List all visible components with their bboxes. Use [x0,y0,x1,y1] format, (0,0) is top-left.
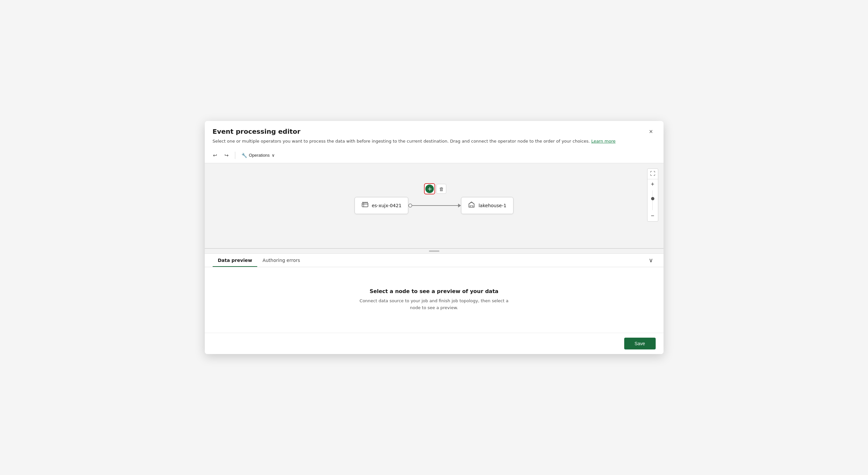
operations-button[interactable]: 🔧 Operations ∨ [239,151,278,160]
toolbar-divider [235,152,235,159]
canvas-content: es-xujx-0421 + [205,163,663,248]
tab-authoring-errors[interactable]: Authoring errors [257,254,305,267]
arrow-head [458,204,461,208]
add-icon: + [425,184,434,193]
operator-buttons: + 🗑 [424,183,446,195]
undo-icon: ↩ [213,152,217,158]
undo-button[interactable]: ↩ [210,150,220,160]
source-node[interactable]: es-xujx-0421 [354,197,409,214]
event-processing-editor-modal: Event processing editor Select one or mu… [205,121,663,354]
fit-icon: ⛶ [650,171,655,177]
add-operator-button[interactable]: + [424,183,435,195]
svg-point-3 [363,202,363,203]
minus-icon: − [651,212,654,219]
line-right [435,205,458,206]
canvas: es-xujx-0421 + [205,163,663,248]
flow-line-right [435,204,461,208]
chevron-down-icon: ∨ [649,257,653,264]
destination-node[interactable]: lakehouse-1 [461,197,514,214]
learn-more-link[interactable]: Learn more [591,139,615,144]
panel-empty-title: Select a node to see a preview of your d… [370,288,498,294]
source-icon [362,201,369,210]
destination-node-label: lakehouse-1 [478,203,506,208]
panel-content: Select a node to see a preview of your d… [205,267,663,333]
wrench-icon: 🔧 [242,153,247,158]
svg-rect-0 [362,203,368,207]
collapse-panel-button[interactable]: ∨ [646,255,656,265]
tabs: Data preview Authoring errors [213,254,305,267]
line-left [412,205,435,206]
destination-icon [468,201,475,210]
tabs-row: Data preview Authoring errors ∨ [205,254,663,267]
chevron-down-icon: ∨ [272,153,275,158]
modal-title: Event processing editor [213,127,641,136]
toolbar: ↩ ↪ 🔧 Operations ∨ [205,148,663,163]
redo-icon: ↪ [224,152,229,158]
resize-handle-bar [429,250,439,252]
panel-empty-desc: Connect data source to your job and fini… [355,298,513,311]
delete-operator-button[interactable]: 🗑 [436,184,446,194]
modal-header-left: Event processing editor Select one or mu… [213,127,641,145]
svg-point-5 [366,202,367,203]
source-node-label: es-xujx-0421 [372,203,402,208]
close-button[interactable]: × [647,127,656,136]
modal-header: Event processing editor Select one or mu… [205,121,663,148]
zoom-track [652,190,653,210]
resize-handle[interactable] [205,248,663,254]
connector-dot [408,204,412,208]
flow-line-left [408,204,435,208]
zoom-thumb [651,197,654,200]
zoom-in-button[interactable]: + [648,179,658,190]
zoom-out-button[interactable]: − [648,211,658,221]
operations-label: Operations [249,153,270,158]
fit-to-screen-button[interactable]: ⛶ [648,169,658,179]
modal-subtitle: Select one or multiple operators you wan… [213,138,641,145]
zoom-controls: ⛶ + − [647,169,658,221]
redo-button[interactable]: ↪ [221,150,232,160]
plus-icon: + [651,181,654,188]
flow-container: es-xujx-0421 + [354,196,514,215]
trash-icon: 🗑 [439,186,444,192]
svg-point-4 [364,202,365,203]
modal-subtitle-text: Select one or multiple operators you wan… [213,139,590,144]
bottom-panel: Data preview Authoring errors ∨ Select a… [205,254,663,333]
save-button[interactable]: Save [624,338,656,350]
modal-footer: Save [205,333,663,354]
tab-data-preview[interactable]: Data preview [213,254,257,267]
